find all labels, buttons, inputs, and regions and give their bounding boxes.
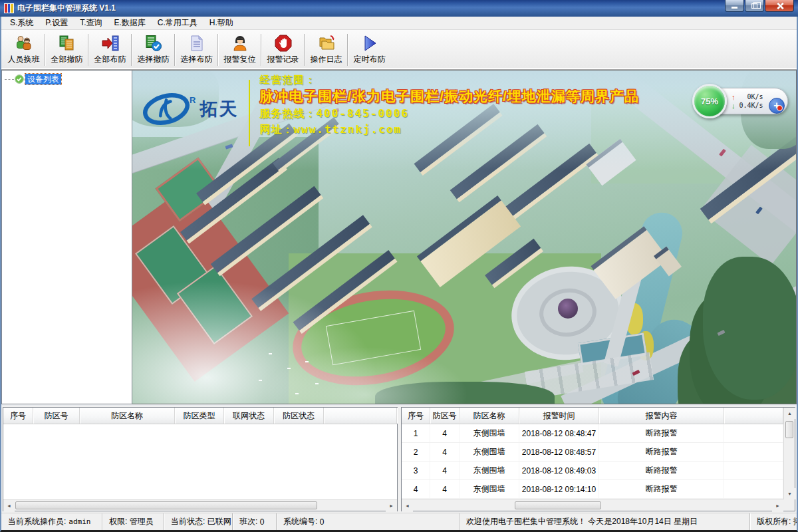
menu-item-1[interactable]: P.设置 bbox=[39, 17, 74, 29]
toolbar-separator bbox=[131, 34, 132, 66]
alarm-reset-icon bbox=[231, 34, 249, 53]
column-header[interactable]: 报警内容 bbox=[599, 408, 724, 424]
shift-value: 0 bbox=[260, 517, 265, 527]
restore-button[interactable] bbox=[745, 0, 764, 12]
scroll-left-icon[interactable]: ◄ bbox=[402, 500, 413, 511]
app-window: 电子围栏集中管理系统 V1.1 S.系统P.设置T.查询E.数据库C.常用工具H… bbox=[0, 0, 798, 532]
website-url: www.ttznkj.com bbox=[293, 123, 402, 136]
toolbar-button-label: 人员换班 bbox=[8, 54, 40, 65]
accelerate-button[interactable]: + bbox=[769, 98, 785, 114]
scrollbar-corner bbox=[783, 499, 795, 511]
window-controls bbox=[724, 0, 794, 12]
column-header-filler bbox=[724, 408, 783, 424]
column-header[interactable]: 防区状态 bbox=[274, 408, 324, 424]
state-value: 已联网 bbox=[207, 516, 231, 527]
arm-select-button[interactable]: 选择布防 bbox=[177, 32, 216, 68]
close-button[interactable] bbox=[765, 0, 794, 12]
scroll-left-icon[interactable]: ◄ bbox=[3, 500, 15, 511]
scroll-down-icon[interactable]: ▼ bbox=[784, 488, 795, 499]
tree-item-label: 设备列表 bbox=[25, 74, 61, 84]
scroll-up-icon[interactable]: ▲ bbox=[784, 408, 795, 419]
column-header[interactable]: 防区类型 bbox=[175, 408, 224, 424]
row-zone-name: 东侧围墙 bbox=[460, 424, 519, 442]
alarm-reset-button[interactable]: 报警复位 bbox=[220, 32, 259, 68]
disarm-select-button[interactable]: 选择撤防 bbox=[134, 32, 173, 68]
row-zone-no: 4 bbox=[430, 462, 460, 479]
row-filler bbox=[724, 480, 783, 498]
toolbar-button-label: 选择撤防 bbox=[138, 54, 170, 65]
alarm-table-row[interactable]: 3 4 东侧围墙 2018-08-12 08:49:03 断路报警 bbox=[402, 462, 783, 480]
menu-item-3[interactable]: E.数据库 bbox=[108, 17, 151, 29]
minimize-button[interactable] bbox=[725, 0, 744, 12]
alarm-vscrollbar[interactable]: ▲ ▼ bbox=[783, 408, 795, 511]
scroll-right-icon[interactable]: ► bbox=[386, 500, 397, 511]
alarm-record-button[interactable]: 报警记录 bbox=[263, 32, 303, 68]
row-zone-no: 4 bbox=[430, 443, 460, 461]
scroll-thumb[interactable] bbox=[15, 501, 317, 509]
speed-widget[interactable]: ↑0K/s ↓0.4K/s + 75% bbox=[692, 84, 789, 118]
column-header[interactable]: 序号 bbox=[3, 408, 33, 424]
toolbar-separator bbox=[261, 34, 262, 66]
arm-select-icon bbox=[188, 34, 206, 53]
column-header[interactable]: 报警时间 bbox=[519, 408, 599, 424]
alarm-table-row[interactable]: 4 4 东侧围墙 2018-08-12 09:14:10 断路报警 bbox=[402, 480, 783, 499]
row-zone-no: 4 bbox=[430, 480, 460, 498]
toolbar-separator bbox=[347, 34, 348, 66]
timed-arm-icon bbox=[360, 34, 379, 53]
app-icon bbox=[4, 3, 14, 13]
column-header[interactable]: 防区号 bbox=[430, 408, 460, 424]
close-icon bbox=[776, 2, 783, 9]
alarm-hscrollbar[interactable]: ◄ ► bbox=[402, 499, 783, 511]
toolbar-button-label: 全部布防 bbox=[94, 54, 126, 65]
restore-icon bbox=[751, 3, 757, 9]
zone-table: 序号 防区号 防区名称 防区类型 联网状态 防区状态 ◄ ► bbox=[3, 407, 398, 511]
menu-item-0[interactable]: S.系统 bbox=[4, 17, 39, 29]
alarm-table-row[interactable]: 1 4 东侧围墙 2018-08-12 08:48:47 断路报警 bbox=[402, 424, 783, 443]
column-header[interactable]: 联网状态 bbox=[224, 408, 274, 424]
scroll-thumb[interactable] bbox=[785, 421, 793, 438]
toolbar-button-label: 报警记录 bbox=[267, 54, 299, 65]
toolbar-button-label: 定时布防 bbox=[354, 54, 386, 65]
column-header-filler bbox=[324, 408, 397, 424]
column-header[interactable]: 序号 bbox=[402, 408, 430, 424]
row-alarm-content: 断路报警 bbox=[599, 462, 724, 479]
row-alarm-time: 2018-08-12 08:48:57 bbox=[519, 443, 599, 461]
arm-all-icon bbox=[101, 34, 120, 53]
column-header[interactable]: 防区名称 bbox=[80, 408, 175, 424]
toolbar-button-label: 操作日志 bbox=[311, 54, 342, 65]
menu-item-2[interactable]: T.查询 bbox=[74, 17, 108, 29]
disarm-all-button[interactable]: 全部撤防 bbox=[47, 32, 86, 68]
alarm-table-row[interactable]: 2 4 东侧围墙 2018-08-12 08:48:57 断路报警 bbox=[402, 443, 783, 462]
status-shift: 班次: 0 bbox=[233, 513, 277, 530]
menu-item-4[interactable]: C.常用工具 bbox=[152, 17, 203, 29]
tree-item-device-list[interactable]: 设备列表 bbox=[5, 74, 132, 84]
timed-arm-button[interactable]: 定时布防 bbox=[350, 32, 389, 68]
brand-banner: R 拓天 经营范围： 脉冲电子围栏/张力电子围栏/振动光纤/埋地泄漏等周界产品 … bbox=[140, 74, 639, 146]
column-header[interactable]: 防区号 bbox=[33, 408, 80, 424]
row-filler bbox=[724, 424, 783, 442]
system-no-value: 0 bbox=[320, 517, 325, 527]
memory-percent-ball[interactable]: 75% bbox=[692, 84, 727, 118]
hotline-number: 400-845-0006 bbox=[316, 107, 409, 120]
content-area: 设备列表 R bbox=[1, 70, 797, 404]
status-connection: 当前状态: 已联网 bbox=[164, 513, 233, 530]
notification-dot bbox=[777, 105, 783, 111]
operation-log-button[interactable]: 操作日志 bbox=[307, 32, 346, 68]
status-copyright: 版权所有: 拓天智能电子科技有限公司 bbox=[750, 513, 797, 530]
arm-all-button[interactable]: 全部布防 bbox=[90, 32, 130, 68]
scroll-thumb[interactable] bbox=[515, 501, 601, 509]
row-zone-name: 东侧围墙 bbox=[460, 443, 519, 461]
scroll-right-icon[interactable]: ► bbox=[772, 500, 783, 511]
row-zone-name: 东侧围墙 bbox=[460, 480, 519, 498]
business-scope-label: 经营范围： bbox=[259, 74, 639, 84]
column-header[interactable]: 防区名称 bbox=[460, 408, 519, 424]
toolbar-button-label: 全部撤防 bbox=[51, 54, 83, 65]
zone-hscrollbar[interactable]: ◄ ► bbox=[3, 499, 397, 511]
window-title: 电子围栏集中管理系统 V1.1 bbox=[17, 3, 116, 14]
bottom-panels: 序号 防区号 防区名称 防区类型 联网状态 防区状态 ◄ ► bbox=[1, 406, 797, 513]
shift-change-button[interactable]: 人员换班 bbox=[4, 32, 43, 68]
logo-name: 拓天 bbox=[200, 97, 238, 121]
menu-item-5[interactable]: H.帮助 bbox=[203, 17, 239, 29]
status-system-no: 系统编号: 0 bbox=[277, 513, 460, 530]
title-bar[interactable]: 电子围栏集中管理系统 V1.1 bbox=[0, 0, 798, 17]
